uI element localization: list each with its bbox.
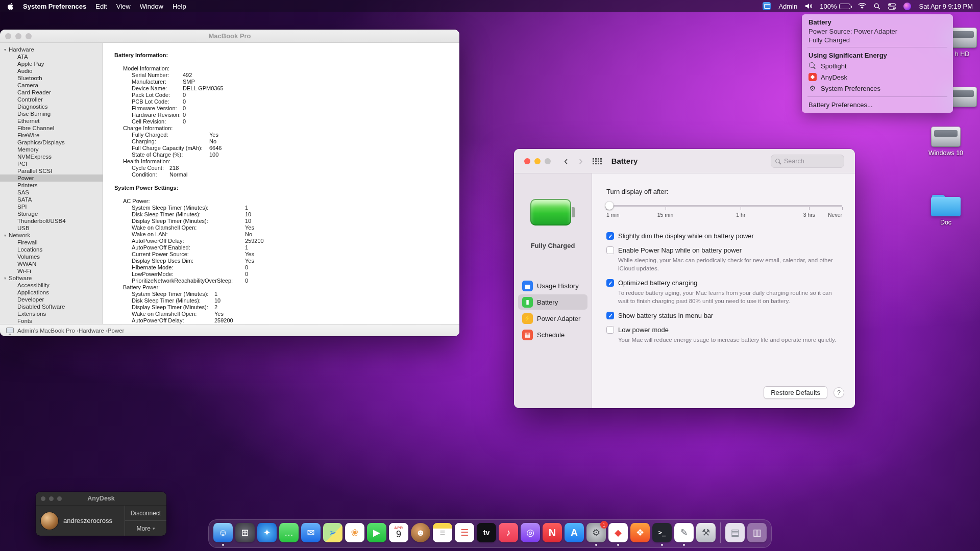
dock-item[interactable]: ⚒	[696, 523, 716, 542]
wifi-icon[interactable]	[858, 3, 866, 9]
restore-defaults-button[interactable]: Restore Defaults	[764, 386, 827, 399]
dock-item[interactable]: ◆	[608, 523, 628, 542]
dock-item[interactable]: ❀	[345, 523, 364, 542]
menu-item[interactable]: View	[116, 3, 131, 10]
dock-item[interactable]: ▥	[747, 523, 767, 542]
siri-icon[interactable]	[903, 3, 911, 10]
dock-item[interactable]: A	[565, 523, 584, 542]
checkbox[interactable]	[606, 312, 614, 319]
dock-item[interactable]: ▶	[367, 523, 386, 542]
checkbox[interactable]	[606, 232, 614, 240]
window-titlebar[interactable]: MacBook Pro	[0, 30, 459, 43]
sidebar-item[interactable]: Thunderbolt/USB4	[0, 217, 103, 224]
apple-menu-icon[interactable]	[7, 3, 14, 10]
dock-item[interactable]: ▤	[725, 523, 745, 542]
sidebar-item[interactable]: Volumes	[0, 253, 103, 260]
dock-item[interactable]: ☰	[455, 523, 474, 542]
sidebar-item[interactable]: Apple Pay	[0, 60, 103, 67]
minimize-button[interactable]	[534, 158, 541, 164]
dock-item[interactable]: ◎	[521, 523, 540, 542]
dock-item[interactable]: ♪	[499, 523, 518, 542]
sidebar-item[interactable]: Accessibility	[0, 282, 103, 289]
checkbox[interactable]	[606, 246, 614, 254]
sidebar-item[interactable]: SPI	[0, 203, 103, 210]
screen-sharing-icon[interactable]	[763, 2, 771, 10]
sidebar-item[interactable]: Disc Burning	[0, 110, 103, 117]
sidebar-item[interactable]: Power	[0, 174, 103, 182]
dock-item[interactable]: ☺	[213, 523, 233, 542]
dock-item[interactable]	[720, 522, 721, 543]
minimize-button[interactable]	[15, 33, 21, 39]
energy-app-item[interactable]: Spotlight	[802, 60, 953, 71]
menu-item[interactable]: Edit	[95, 3, 107, 10]
sidebar-item[interactable]: Parallel SCSI	[0, 167, 103, 174]
dock-item[interactable]: tv	[477, 523, 496, 542]
more-button[interactable]: More ▾	[125, 521, 166, 536]
slider-track[interactable]	[606, 205, 842, 207]
slider-knob[interactable]	[605, 202, 614, 210]
desktop-icon-windows-10[interactable]: Windows 10	[923, 127, 969, 157]
sidebar-group[interactable]: ▾ Hardware	[0, 46, 103, 53]
sidebar-group[interactable]: ▾ Software	[0, 274, 103, 282]
dock-item[interactable]: …	[279, 523, 299, 542]
energy-app-item[interactable]: AnyDesk	[802, 71, 953, 83]
sidebar-item[interactable]: Camera	[0, 82, 103, 89]
sidebar-item[interactable]: Bluetooth	[0, 74, 103, 82]
sidebar-item[interactable]: Diagnostics	[0, 103, 103, 110]
back-button[interactable]: ‹	[564, 156, 568, 166]
battery-status-menu[interactable]: 100%	[820, 3, 850, 10]
sidebar-item[interactable]: Memory	[0, 146, 103, 153]
sidebar-item[interactable]: Fonts	[0, 317, 103, 324]
show-all-grid-icon[interactable]	[592, 158, 602, 165]
clock[interactable]: Sat Apr 9 9:19 PM	[919, 3, 973, 10]
dock-item[interactable]: ✎	[674, 523, 694, 542]
sidebar-item[interactable]: Graphics/Displays	[0, 139, 103, 146]
dock-item[interactable]: ❖	[630, 523, 650, 542]
sidebar-item[interactable]: Firewall	[0, 239, 103, 246]
app-menu[interactable]: System Preferences	[23, 3, 86, 10]
sidebar-item[interactable]: Ethernet	[0, 117, 103, 124]
sidebar-group[interactable]: ▾ Network	[0, 232, 103, 239]
sidebar-item[interactable]: Controller	[0, 96, 103, 103]
checkbox[interactable]	[606, 326, 614, 334]
sidebar-item[interactable]: SAS	[0, 189, 103, 196]
search-input[interactable]	[784, 158, 840, 165]
forward-button[interactable]: ›	[579, 156, 582, 166]
sidebar-item[interactable]: FireWire	[0, 132, 103, 139]
dock-item[interactable]: ✦	[257, 523, 277, 542]
sidebar-item[interactable]: SATA	[0, 196, 103, 203]
spotlight-search-icon[interactable]	[874, 3, 880, 10]
sidebar-item[interactable]: USB	[0, 224, 103, 232]
zoom-button[interactable]	[26, 33, 32, 39]
sidebar-item[interactable]: Locations	[0, 246, 103, 253]
help-button[interactable]: ?	[834, 387, 844, 398]
dock-item[interactable]: ✉	[301, 523, 321, 542]
display-off-slider[interactable]	[606, 202, 842, 210]
prefs-sidebar-item[interactable]: ▮ Battery	[518, 294, 587, 310]
breadcrumb-segment[interactable]: Hardware	[79, 328, 108, 334]
checkbox[interactable]	[606, 279, 614, 287]
close-button[interactable]	[524, 158, 530, 164]
dock-item[interactable]: APR 9	[389, 523, 408, 542]
disconnect-button[interactable]: Disconnect	[125, 506, 166, 521]
dock-item[interactable]: ⚙ 1	[586, 523, 606, 542]
sidebar-item[interactable]: Storage	[0, 210, 103, 217]
sidebar-item[interactable]: Printers	[0, 182, 103, 189]
desktop-icon-doc-folder[interactable]: Doc	[923, 195, 969, 226]
window-titlebar[interactable]: AnyDesk	[36, 492, 166, 505]
breadcrumb-segment[interactable]: Power	[108, 328, 125, 334]
energy-app-item[interactable]: System Preferences	[802, 83, 953, 94]
user-menu[interactable]: Admin	[778, 3, 797, 10]
control-center-icon[interactable]	[888, 3, 896, 10]
sidebar-item[interactable]: Extensions	[0, 310, 103, 317]
dock-item[interactable]: ⊞	[235, 523, 255, 542]
sidebar-item[interactable]: Applications	[0, 289, 103, 296]
volume-icon[interactable]	[805, 3, 812, 9]
dock-item[interactable]: ☻	[411, 523, 430, 542]
battery-preferences-item[interactable]: Battery Preferences...	[802, 99, 953, 110]
sidebar-item[interactable]: Card Reader	[0, 89, 103, 96]
prefs-sidebar-item[interactable]: ▦ Schedule	[518, 327, 587, 342]
sidebar-item[interactable]: ATA	[0, 53, 103, 60]
window-titlebar[interactable]: ‹ › Battery	[514, 149, 855, 173]
dock-item[interactable]: ➢	[323, 523, 342, 542]
